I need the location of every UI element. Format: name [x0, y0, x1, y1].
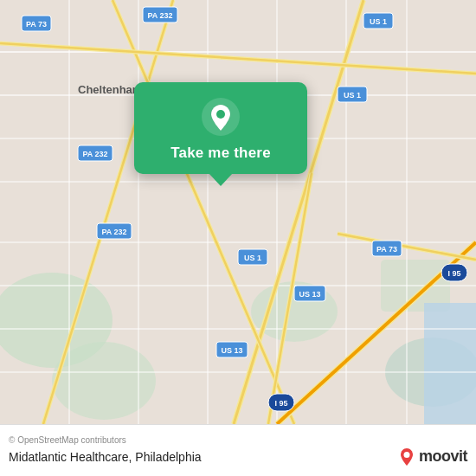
- location-pin-icon: [202, 98, 240, 136]
- moovit-logo: moovit: [397, 447, 467, 466]
- svg-text:PA 232: PA 232: [147, 11, 172, 20]
- svg-text:US 1: US 1: [244, 254, 261, 262]
- svg-point-5: [52, 342, 156, 420]
- svg-text:PA 232: PA 232: [101, 228, 126, 236]
- svg-point-61: [216, 110, 225, 119]
- popup-card: Take me there: [134, 82, 307, 174]
- moovit-pin-icon: [397, 447, 416, 466]
- svg-text:Cheltenham: Cheltenham: [78, 83, 142, 96]
- svg-text:US 1: US 1: [370, 17, 387, 26]
- svg-text:I 95: I 95: [447, 269, 460, 278]
- svg-point-62: [403, 452, 409, 458]
- svg-text:US 1: US 1: [344, 91, 361, 100]
- svg-text:PA 73: PA 73: [376, 245, 397, 254]
- location-label: Midatlantic Healthcare, Philadelphia: [9, 450, 202, 464]
- footer-bar: © OpenStreetMap contributors Midatlantic…: [0, 424, 476, 476]
- svg-text:PA 73: PA 73: [26, 20, 47, 29]
- svg-rect-6: [424, 303, 476, 424]
- take-me-there-button[interactable]: Take me there: [170, 145, 271, 162]
- attribution-text: © OpenStreetMap contributors: [9, 435, 467, 445]
- svg-text:I 95: I 95: [274, 399, 287, 408]
- map-background: PA 73 PA 232 US 1 US 1 PA 232 US 1 PA 23…: [0, 0, 476, 424]
- svg-text:US 13: US 13: [299, 290, 320, 299]
- svg-text:US 13: US 13: [221, 346, 242, 355]
- svg-text:PA 232: PA 232: [82, 150, 107, 158]
- moovit-brand-text: moovit: [419, 447, 467, 466]
- map-container: PA 73 PA 232 US 1 US 1 PA 232 US 1 PA 23…: [0, 0, 476, 424]
